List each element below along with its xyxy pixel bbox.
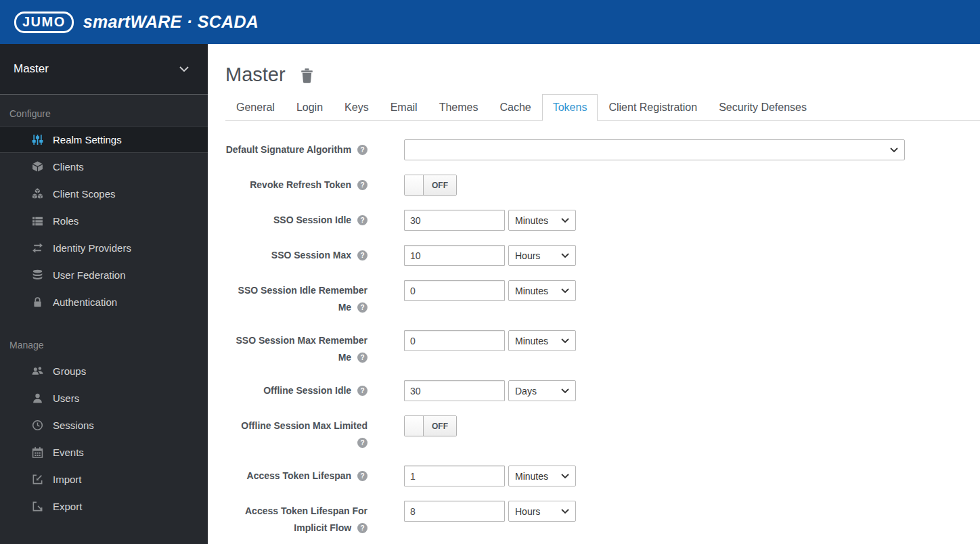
sidebar-item-label: Authentication bbox=[53, 296, 117, 308]
access-token-lifespan-input[interactable] bbox=[404, 466, 505, 486]
help-icon[interactable]: ? bbox=[357, 145, 368, 155]
sidebar-item-client-scopes[interactable]: Client Scopes bbox=[0, 180, 208, 207]
form-row-access-token-lifespan-implicit-flow: Access Token Lifespan For Implicit Flow … bbox=[225, 501, 980, 537]
field-label: Revoke Refresh Token ? bbox=[225, 175, 368, 196]
help-icon[interactable]: ? bbox=[357, 523, 368, 533]
sso-session-idle-input[interactable] bbox=[404, 210, 505, 231]
field-label: SSO Session Idle Remember Me ? bbox=[225, 280, 368, 316]
form-row-access-token-lifespan: Access Token Lifespan ? Minutes bbox=[225, 466, 980, 486]
user-icon bbox=[30, 392, 44, 404]
selected-value: Hours bbox=[515, 506, 540, 517]
chevron-down-icon bbox=[561, 218, 569, 223]
tab-security-defenses[interactable]: Security Defenses bbox=[708, 94, 818, 121]
help-icon[interactable]: ? bbox=[357, 438, 368, 448]
sso-session-idle-remember-me-input[interactable] bbox=[404, 280, 505, 301]
sso-session-max-remember-me-unit-select[interactable]: Minutes bbox=[508, 330, 576, 351]
help-icon[interactable]: ? bbox=[357, 250, 368, 260]
field-label: Default Signature Algorithm ? bbox=[225, 139, 368, 160]
sidebar-item-authentication[interactable]: Authentication bbox=[0, 288, 208, 315]
sso-session-max-remember-me-input[interactable] bbox=[404, 330, 505, 351]
delete-realm-button[interactable] bbox=[300, 66, 313, 83]
tab-client-registration[interactable]: Client Registration bbox=[598, 94, 708, 121]
cubes-icon bbox=[30, 188, 44, 200]
selected-value: Days bbox=[515, 386, 537, 396]
section-label: Configure bbox=[0, 95, 208, 126]
help-icon[interactable]: ? bbox=[357, 471, 368, 481]
tab-tokens[interactable]: Tokens bbox=[542, 94, 598, 121]
sso-session-idle-unit-select[interactable]: Minutes bbox=[508, 210, 576, 231]
sidebar-item-user-federation[interactable]: User Federation bbox=[0, 261, 208, 288]
chevron-down-icon bbox=[890, 148, 898, 152]
help-icon[interactable]: ? bbox=[357, 180, 368, 190]
sidebar-item-clients[interactable]: Clients bbox=[0, 153, 208, 180]
chevron-down-icon bbox=[561, 338, 569, 343]
sidebar-item-label: Sessions bbox=[53, 420, 94, 431]
title-row: Master bbox=[225, 62, 980, 87]
trash-icon bbox=[300, 68, 313, 83]
section-label: Manage bbox=[0, 326, 208, 357]
selected-value: Hours bbox=[515, 250, 540, 261]
field-label: SSO Session Max ? bbox=[225, 245, 368, 266]
offline-session-idle-input[interactable] bbox=[404, 380, 505, 401]
sso-session-max-input[interactable] bbox=[404, 245, 505, 266]
sidebar-item-label: Clients bbox=[53, 161, 84, 173]
offline-session-idle-unit-select[interactable]: Days bbox=[508, 380, 576, 401]
sliders-icon bbox=[30, 134, 44, 145]
toggle-handle bbox=[405, 175, 424, 195]
chevron-down-icon bbox=[179, 66, 189, 72]
selected-value: Minutes bbox=[515, 286, 548, 296]
top-bar: JUMO smartWARE · SCADA bbox=[0, 0, 980, 44]
product-name: smartWARE · SCADA bbox=[83, 12, 259, 32]
sidebar-section-manage: Manage Groups Users Sessions bbox=[0, 326, 208, 520]
help-icon[interactable]: ? bbox=[357, 353, 368, 363]
offline-session-max-limited-toggle[interactable]: OFF bbox=[404, 415, 457, 436]
sso-session-max-unit-select[interactable]: Hours bbox=[508, 245, 576, 266]
sidebar-item-sessions[interactable]: Sessions bbox=[0, 411, 208, 438]
sidebar-item-users[interactable]: Users bbox=[0, 384, 208, 411]
form-row-offline-session-max-limited: Offline Session Max Limited ? OFF bbox=[225, 415, 980, 451]
users-group-icon bbox=[30, 365, 44, 377]
sidebar-item-events[interactable]: Events bbox=[0, 438, 208, 466]
toggle-handle bbox=[405, 416, 424, 436]
chevron-down-icon bbox=[561, 288, 569, 293]
help-icon[interactable]: ? bbox=[357, 302, 368, 313]
sso-session-idle-remember-me-unit-select[interactable]: Minutes bbox=[508, 280, 576, 301]
tab-general[interactable]: General bbox=[225, 94, 286, 121]
chevron-down-icon bbox=[561, 253, 569, 258]
form-row-sso-session-max-remember-me: SSO Session Max Remember Me ? Minutes bbox=[225, 330, 980, 366]
default-signature-algorithm-select[interactable] bbox=[404, 139, 905, 160]
sidebar-item-groups[interactable]: Groups bbox=[0, 357, 208, 384]
access-token-lifespan-implicit-flow-input[interactable] bbox=[404, 501, 505, 522]
realm-selector-dropdown[interactable]: Master bbox=[0, 44, 208, 95]
tab-email[interactable]: Email bbox=[380, 94, 428, 121]
sidebar-item-export[interactable]: Export bbox=[0, 493, 208, 520]
sidebar-item-identity-providers[interactable]: Identity Providers bbox=[0, 234, 208, 261]
sidebar-item-label: Export bbox=[53, 501, 82, 512]
selected-value: Minutes bbox=[515, 215, 548, 226]
calendar-icon bbox=[30, 447, 44, 458]
page-title: Master bbox=[225, 62, 286, 87]
sidebar-item-label: Import bbox=[53, 474, 82, 485]
tab-themes[interactable]: Themes bbox=[428, 94, 489, 121]
sidebar-item-realm-settings[interactable]: Realm Settings bbox=[0, 126, 208, 153]
field-label: SSO Session Max Remember Me ? bbox=[225, 330, 368, 366]
sidebar-item-label: Realm Settings bbox=[53, 134, 122, 145]
tab-login[interactable]: Login bbox=[286, 94, 334, 121]
database-icon bbox=[30, 269, 44, 281]
chevron-down-icon bbox=[561, 388, 569, 393]
help-icon[interactable]: ? bbox=[357, 386, 368, 396]
field-label: Offline Session Max Limited ? bbox=[225, 415, 368, 451]
tab-cache[interactable]: Cache bbox=[489, 94, 541, 121]
sidebar-item-roles[interactable]: Roles bbox=[0, 207, 208, 234]
help-icon[interactable]: ? bbox=[357, 215, 368, 225]
sidebar-item-label: Users bbox=[53, 392, 79, 404]
access-token-lifespan-unit-select[interactable]: Minutes bbox=[508, 466, 576, 486]
sidebar-item-label: Groups bbox=[53, 365, 86, 377]
tab-keys[interactable]: Keys bbox=[334, 94, 380, 121]
sidebar-item-import[interactable]: Import bbox=[0, 466, 208, 493]
access-token-lifespan-implicit-flow-unit-select[interactable]: Hours bbox=[508, 501, 576, 522]
chevron-down-icon bbox=[561, 509, 569, 514]
revoke-refresh-token-toggle[interactable]: OFF bbox=[404, 175, 457, 196]
sidebar-item-label: User Federation bbox=[53, 269, 126, 281]
cube-icon bbox=[30, 161, 44, 173]
